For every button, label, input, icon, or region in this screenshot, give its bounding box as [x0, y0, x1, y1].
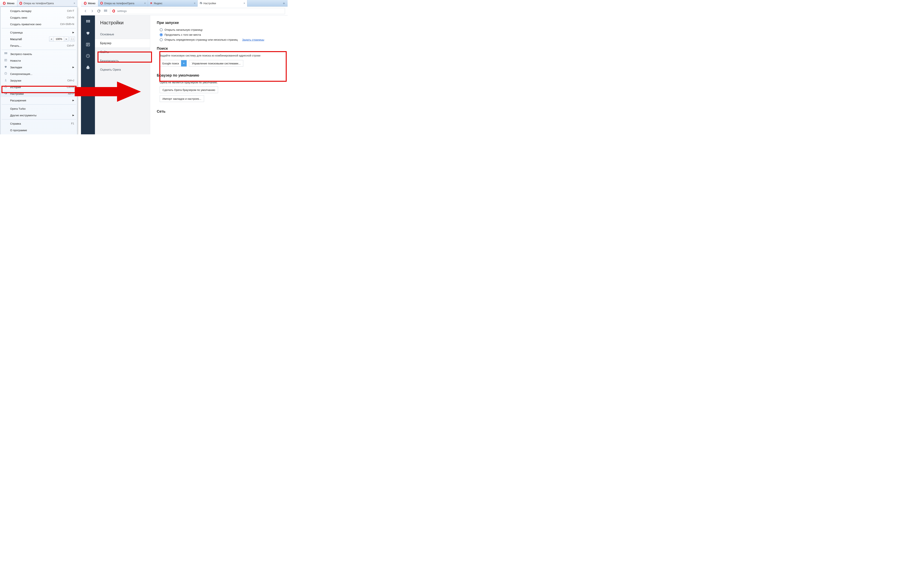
- zoom-out-button[interactable]: <: [49, 37, 54, 41]
- make-default-button[interactable]: Сделать Opera браузером по умолчанию: [160, 86, 218, 93]
- menu-item[interactable]: Другие инструменты▶: [0, 112, 77, 118]
- sidebar-item[interactable]: Браузер: [95, 39, 150, 48]
- menu-item-label: Новости: [10, 59, 21, 62]
- shortcut-label: F1: [71, 122, 74, 125]
- menu-item-label: Загрузки: [10, 79, 21, 82]
- svg-rect-31: [89, 21, 90, 23]
- svg-point-3: [20, 2, 21, 5]
- manage-search-engines-button[interactable]: Управление поисковыми системами...: [189, 60, 243, 66]
- menu-item[interactable]: Расширения▶: [0, 97, 77, 104]
- svg-rect-22: [105, 11, 106, 11]
- search-engine-select[interactable]: Google поиск ▾: [160, 60, 187, 66]
- menu-button[interactable]: Меню: [81, 0, 98, 6]
- zoom-value: 100%: [54, 37, 64, 41]
- import-bookmarks-button[interactable]: Импорт закладок и настроек...: [160, 96, 204, 102]
- menu-item[interactable]: ИсторияCtrl+H: [0, 84, 77, 91]
- submenu-arrow-icon: ▶: [73, 66, 74, 68]
- search-description: Задайте поисковую систему для поиска из …: [157, 54, 281, 57]
- settings-sidebar: Настройки ОсновныеБраузерСайтыБезопаснос…: [95, 15, 150, 134]
- menu-item-label: Закладки: [10, 66, 22, 69]
- menu-print[interactable]: Печать... Ctrl+P: [0, 42, 77, 49]
- set-pages-link[interactable]: Задать страницы: [242, 38, 264, 41]
- shortcut-label: Ctrl+T: [67, 10, 75, 12]
- shortcut-label: Ctrl+H: [67, 86, 74, 89]
- gear-icon: [4, 92, 8, 96]
- menu-item[interactable]: Создать приватное окноCtrl+Shift+N: [0, 21, 77, 28]
- default-browser-status: Opera не является браузером по умолчанию…: [157, 81, 281, 84]
- menu-page[interactable]: Страница ▶: [0, 29, 77, 36]
- fullscreen-button[interactable]: ⛶: [70, 37, 75, 41]
- shortcut-label: Alt+P: [68, 92, 74, 95]
- close-icon[interactable]: ×: [243, 2, 245, 5]
- svg-text:Я: Я: [150, 2, 152, 5]
- zoom-in-button[interactable]: >: [64, 37, 69, 41]
- close-icon[interactable]: ×: [144, 2, 146, 5]
- menu-item[interactable]: Закладки▶: [0, 64, 77, 70]
- menu-item[interactable]: Новости: [0, 57, 77, 64]
- address-bar[interactable]: settings: [110, 8, 285, 14]
- svg-rect-30: [87, 21, 89, 23]
- separator: [2, 104, 76, 105]
- shortcut-label: Ctrl+N: [67, 16, 74, 19]
- startup-option-specific[interactable]: Открыть определенную страницу или нескол…: [160, 38, 281, 41]
- svg-point-14: [85, 2, 86, 5]
- startup-option-continue[interactable]: Продолжить с того же места: [160, 33, 281, 36]
- default-browser-heading: Браузер по умолчанию: [157, 73, 281, 78]
- menu-item[interactable]: СправкаF1: [0, 120, 77, 127]
- rail-history-icon[interactable]: [85, 53, 91, 59]
- settings-content: При запуске Открыть начальную страницу П…: [150, 15, 288, 134]
- menu-item[interactable]: О программе: [0, 127, 77, 133]
- menu-item-label: Создать окно: [10, 16, 27, 19]
- menu-item[interactable]: Создать вкладкуCtrl+T: [0, 8, 77, 14]
- tab-title: Опера на телефон/Opera: [24, 2, 54, 5]
- speed-dial-button[interactable]: [104, 9, 107, 13]
- shortcut-label: Ctrl+J: [67, 79, 74, 82]
- svg-rect-21: [104, 11, 105, 11]
- rail-extensions-icon[interactable]: [85, 65, 91, 70]
- sidebar-item[interactable]: Безопасность: [95, 57, 150, 65]
- menu-item[interactable]: ЗагрузкиCtrl+J: [0, 77, 77, 84]
- rail-speeddial-icon[interactable]: [85, 19, 91, 25]
- sidebar-title: Настройки: [95, 20, 150, 30]
- svg-rect-6: [6, 52, 7, 53]
- reload-button[interactable]: [97, 9, 101, 13]
- sidebar-item[interactable]: Оценить Opera: [95, 65, 150, 74]
- sidebar-item[interactable]: Сайты: [95, 48, 150, 57]
- close-icon[interactable]: ×: [74, 2, 75, 5]
- menu-button[interactable]: Меню: [0, 0, 17, 6]
- main-menu-dropdown: Создать вкладкуCtrl+TСоздать окноCtrl+NС…: [0, 6, 77, 134]
- separator: [2, 119, 76, 120]
- tab[interactable]: Опера на телефон/Opera×: [98, 0, 148, 6]
- svg-point-1: [4, 2, 5, 5]
- new-tab-button[interactable]: ＋: [280, 0, 288, 6]
- rail-heart-icon[interactable]: [85, 30, 91, 36]
- sidebar-item[interactable]: Основные: [95, 30, 150, 39]
- close-icon[interactable]: ×: [194, 2, 195, 5]
- tab-opera-phone[interactable]: Опера на телефон/Opera ×: [17, 0, 77, 6]
- back-button[interactable]: [84, 9, 87, 13]
- menu-item[interactable]: Создать окноCtrl+N: [0, 14, 77, 21]
- download-icon: [4, 79, 8, 82]
- menu-item[interactable]: Экспресс-панель: [0, 50, 77, 57]
- menu-item[interactable]: Выход из программыCtrl+Shift+X: [0, 133, 77, 134]
- menu-item[interactable]: Синхронизация...: [0, 70, 77, 77]
- opera-icon: [3, 2, 6, 5]
- heart-icon: [4, 65, 8, 69]
- svg-rect-23: [106, 11, 107, 11]
- forward-button[interactable]: [90, 9, 94, 13]
- menu-item-label: История: [10, 86, 21, 89]
- opera-icon: [112, 10, 115, 13]
- startup-option-home[interactable]: Открыть начальную страницу: [160, 28, 281, 31]
- menu-item[interactable]: НастройкиAlt+P: [0, 91, 77, 97]
- tab-title: Настройки: [204, 2, 216, 5]
- radio-icon: [160, 38, 163, 41]
- menu-item-label: Экспресс-панель: [10, 52, 32, 55]
- rail-news-icon[interactable]: [85, 42, 91, 47]
- menu-item[interactable]: Opera Turbo: [0, 105, 77, 112]
- menu-item-label: Синхронизация...: [10, 72, 32, 75]
- tab-title: Опера на телефон/Opera: [104, 2, 134, 5]
- tab[interactable]: Настройки×: [198, 0, 247, 6]
- svg-rect-5: [5, 52, 6, 53]
- menu-label: Меню: [88, 2, 96, 5]
- tab[interactable]: ЯЯндекс×: [148, 0, 198, 6]
